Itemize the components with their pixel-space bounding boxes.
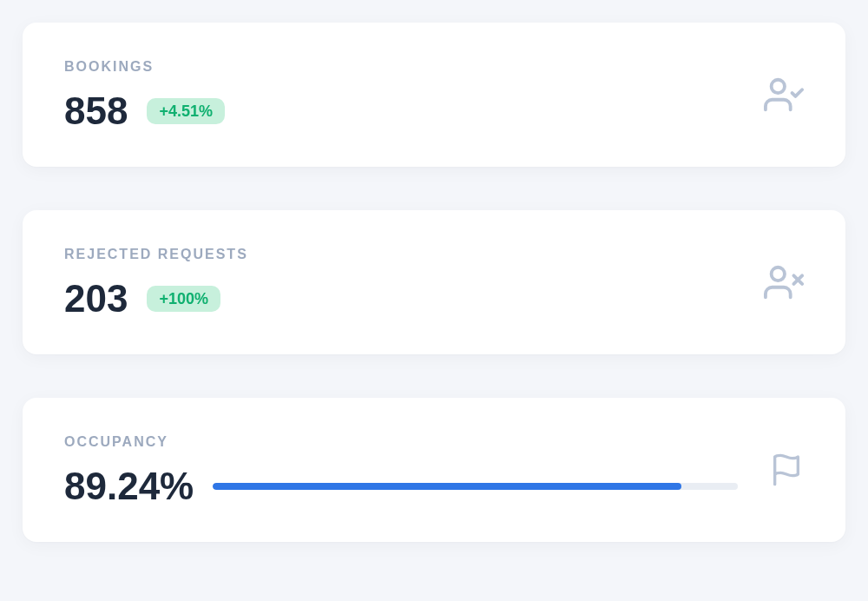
rejected-value: 203: [64, 280, 128, 318]
card-bookings-content: BOOKINGS 858 +4.51%: [64, 59, 225, 130]
bookings-delta-badge: +4.51%: [147, 98, 225, 124]
bookings-value-row: 858 +4.51%: [64, 92, 225, 130]
occupancy-progress-fill: [213, 483, 681, 490]
rejected-delta-badge: +100%: [147, 286, 220, 312]
rejected-value-row: 203 +100%: [64, 280, 248, 318]
occupancy-value: 89.24%: [64, 467, 194, 505]
card-occupancy-content: OCCUPANCY 89.24%: [64, 434, 738, 505]
occupancy-label: OCCUPANCY: [64, 434, 738, 450]
occupancy-value-row: 89.24%: [64, 467, 738, 505]
card-rejected: REJECTED REQUESTS 203 +100%: [23, 210, 845, 354]
rejected-label: REJECTED REQUESTS: [64, 247, 248, 262]
card-occupancy: OCCUPANCY 89.24%: [23, 398, 845, 542]
svg-point-1: [772, 267, 785, 281]
user-check-icon: [764, 75, 804, 115]
bookings-value: 858: [64, 92, 128, 130]
svg-point-0: [772, 80, 785, 93]
card-bookings: BOOKINGS 858 +4.51%: [23, 23, 845, 167]
card-rejected-content: REJECTED REQUESTS 203 +100%: [64, 247, 248, 318]
user-x-icon: [764, 262, 804, 302]
flag-icon: [769, 452, 804, 487]
occupancy-progress: [213, 483, 738, 490]
bookings-label: BOOKINGS: [64, 59, 225, 75]
